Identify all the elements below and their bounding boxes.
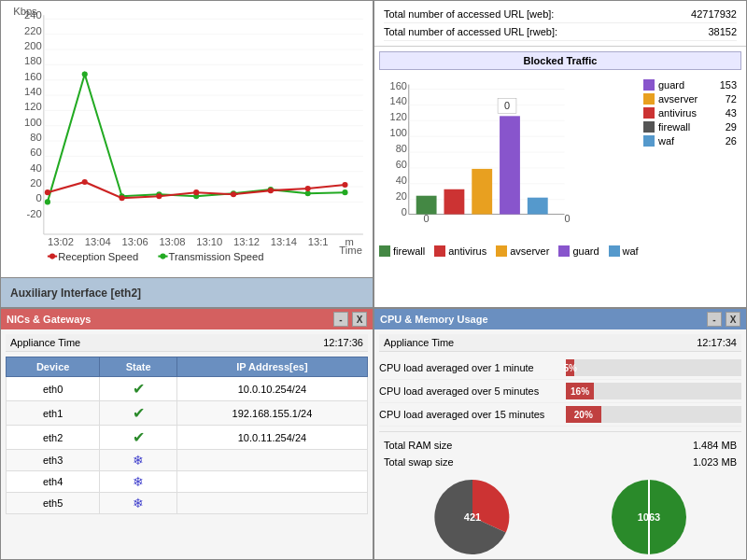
svg-text:160: 160	[390, 80, 407, 91]
legend-value-antivirus: 43	[726, 107, 737, 119]
svg-text:220: 220	[24, 25, 42, 36]
svg-text:421: 421	[463, 511, 480, 523]
ram-total-value: 1.484 MB	[693, 440, 737, 451]
col-ip: IP Address[es]	[176, 357, 367, 377]
bl-color-avserver	[496, 245, 507, 257]
bottom-row: NICs & Gateways - X Appliance Time 12:17…	[0, 308, 747, 560]
right-panel: Total number of accessed URL [web]: 4271…	[374, 0, 747, 308]
table-row: eth3 ❄	[7, 450, 368, 471]
svg-text:1063: 1063	[637, 511, 659, 523]
blocked-traffic-section: Blocked Traffic 160 140 120 100 80 60	[374, 47, 746, 307]
table-row: eth4 ❄	[7, 471, 368, 493]
ram-swap-value: 1.023 MB	[693, 456, 737, 468]
legend-value-firewall: 29	[726, 121, 737, 133]
device-state: ✔	[100, 426, 177, 450]
svg-point-41	[82, 72, 88, 77]
svg-text:Reception Speed: Reception Speed	[58, 251, 138, 262]
aux-interface-label: Auxiliary Interface [eth2]	[1, 277, 373, 307]
svg-text:13:06: 13:06	[122, 236, 148, 247]
svg-text:80: 80	[396, 143, 407, 154]
cpu-5min-bar: 16%	[566, 383, 594, 399]
table-row: eth2 ✔ 10.0.11.254/24	[7, 426, 368, 450]
url-web-value: 42717932	[691, 8, 737, 20]
svg-point-51	[120, 195, 125, 201]
svg-text:13:08: 13:08	[159, 236, 185, 247]
svg-point-40	[45, 199, 50, 204]
svg-text:120: 120	[24, 101, 42, 112]
svg-rect-85	[444, 189, 465, 215]
bl-color-waf	[609, 245, 620, 257]
legend-label-guard: guard	[658, 79, 684, 91]
legend-color-waf	[643, 135, 655, 147]
svg-text:40: 40	[396, 175, 407, 186]
svg-point-55	[268, 188, 274, 193]
device-ip	[176, 471, 367, 493]
legend-label-waf: waf	[658, 135, 674, 147]
nics-minimize-button[interactable]: -	[333, 312, 348, 327]
ram-section: Total RAM size 1.484 MB Total swap size …	[379, 431, 741, 470]
svg-text:Transmission Speed: Transmission Speed	[169, 251, 264, 262]
ram-swap-row: Total swap size 1.023 MB	[379, 454, 741, 470]
graph-area: Kbps 240 220 200 180 160 140 120 100 80	[1, 1, 373, 277]
svg-text:120: 120	[390, 111, 407, 122]
svg-point-48	[342, 189, 347, 195]
pie-section: 421 1063	[379, 470, 741, 559]
cpu-5min-label: CPU load averaged over 5 minutes	[379, 385, 566, 397]
legend-color-guard	[643, 79, 655, 91]
legend-item-firewall: firewall 29	[643, 121, 737, 133]
legend-value-avserver: 72	[726, 93, 737, 105]
network-graph-panel: Kbps 240 220 200 180 160 140 120 100 80	[0, 0, 374, 308]
url-stats: Total number of accessed URL [web]: 4271…	[374, 1, 746, 47]
bl-color-antivirus	[434, 245, 445, 257]
cpu-minimize-button[interactable]: -	[707, 312, 722, 327]
cpu-close-button[interactable]: X	[726, 312, 740, 327]
svg-text:Time: Time	[339, 245, 362, 256]
svg-text:20: 20	[30, 177, 41, 189]
cpu-5min-bar-container: 16%	[566, 383, 741, 399]
nics-close-button[interactable]: X	[352, 312, 367, 327]
legend-value-waf: 26	[726, 135, 737, 147]
device-state: ✔	[100, 377, 177, 401]
legend-label-firewall: firewall	[658, 121, 690, 133]
svg-point-50	[82, 179, 88, 185]
bl-color-firewall	[379, 245, 390, 257]
nics-title: NICs & Gateways	[7, 314, 91, 325]
svg-text:0: 0	[504, 100, 510, 111]
cpu-title: CPU & Memory Usage	[380, 314, 488, 325]
svg-text:13:04: 13:04	[85, 236, 111, 247]
nics-header: NICs & Gateways - X	[1, 309, 373, 329]
device-table: Device State IP Address[es] eth0 ✔ 10.0.…	[6, 357, 368, 514]
legend-value-guard: 153	[720, 79, 737, 91]
cpu-header: CPU & Memory Usage - X	[374, 309, 746, 329]
cpu-appliance-time-value: 12:17:34	[697, 337, 737, 348]
svg-point-53	[193, 189, 199, 195]
device-ip: 192.168.155.1/24	[176, 401, 367, 426]
cpu-15min-bar: 20%	[566, 406, 601, 423]
svg-text:140: 140	[390, 95, 407, 106]
device-ip: 10.0.11.254/24	[176, 426, 367, 450]
legend-item-waf: waf 26	[643, 135, 737, 147]
legend-color-avserver	[643, 93, 655, 105]
svg-text:240: 240	[24, 9, 42, 21]
svg-text:0: 0	[565, 214, 571, 225]
url-rweb-row: Total number of accessed URL [rweb]: 381…	[384, 23, 737, 41]
svg-rect-88	[528, 198, 548, 215]
ram-pie-chart: 421	[430, 475, 514, 559]
ram-total-row: Total RAM size 1.484 MB	[379, 437, 741, 454]
bottom-legend-guard: guard	[558, 245, 599, 257]
device-ip: 10.0.10.254/24	[176, 377, 367, 401]
svg-point-49	[45, 189, 50, 195]
cpu-controls: - X	[707, 312, 740, 327]
nics-panel: NICs & Gateways - X Appliance Time 12:17…	[0, 308, 374, 560]
url-web-label: Total number of accessed URL [web]:	[384, 8, 554, 20]
svg-text:13:1: 13:1	[308, 236, 329, 247]
device-name: eth0	[7, 377, 100, 401]
nics-appliance-time-value: 12:17:36	[323, 337, 363, 348]
device-state: ❄	[100, 450, 177, 471]
line-graph-svg: Kbps 240 220 200 180 160 140 120 100 80	[6, 6, 368, 273]
url-rweb-value: 38152	[708, 26, 737, 37]
top-row: Kbps 240 220 200 180 160 140 120 100 80	[0, 0, 747, 308]
device-state: ✔	[100, 401, 177, 426]
svg-rect-86	[472, 169, 492, 215]
svg-text:160: 160	[24, 71, 42, 82]
